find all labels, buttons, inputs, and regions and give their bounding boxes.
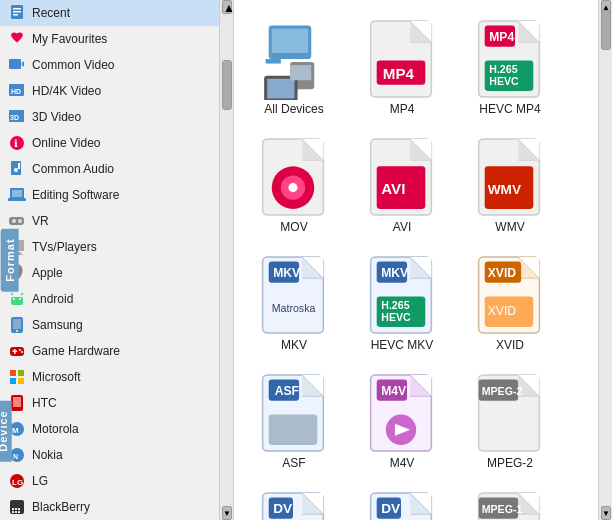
svg-text:MP4: MP4: [383, 65, 415, 82]
sidebar-item-label: VR: [32, 214, 49, 228]
editing-software-icon: [8, 186, 26, 204]
format-item-all-devices[interactable]: All Devices: [244, 10, 344, 120]
sidebar-scroll-up[interactable]: ▲: [222, 0, 232, 14]
sidebar-item-hd-4k-video[interactable]: HD HD/4K Video: [0, 78, 219, 104]
sidebar-item-common-audio[interactable]: Common Audio: [0, 156, 219, 182]
format-label: HEVC MP4: [479, 102, 540, 116]
sidebar-item-label: HTC: [32, 396, 57, 410]
svg-text:MKV: MKV: [381, 266, 408, 280]
format-item-wmv[interactable]: WMV WMV: [460, 128, 560, 238]
sidebar-item-common-video[interactable]: Common Video: [0, 52, 219, 78]
device-tab[interactable]: Device: [0, 400, 12, 461]
sidebar-item-android[interactable]: Android: [0, 286, 219, 312]
sidebar-item-label: Motorola: [32, 422, 79, 436]
format-label: MOV: [280, 220, 307, 234]
format-grid: All Devices MP4 MP4 MP4H.265HEVC HEVC MP…: [234, 0, 598, 520]
format-item-mov[interactable]: MOV: [244, 128, 344, 238]
svg-rect-55: [15, 511, 17, 513]
sidebar-item-online-video[interactable]: ℹ Online Video: [0, 130, 219, 156]
svg-marker-5: [21, 61, 24, 67]
format-item-xvid[interactable]: XVIDXVID XVID: [460, 246, 560, 356]
main-scroll-down[interactable]: ▼: [601, 506, 611, 520]
svg-text:MP4: MP4: [489, 30, 514, 44]
sidebar-item-samsung[interactable]: Samsung: [0, 312, 219, 338]
sidebar-item-recent[interactable]: Recent: [0, 0, 219, 26]
svg-point-20: [18, 219, 22, 223]
format-item-dv-pal[interactable]: DV DV-PAL: [352, 482, 452, 520]
avi-icon: AVI: [362, 136, 442, 216]
main-content: All Devices MP4 MP4 MP4H.265HEVC HEVC MP…: [234, 0, 598, 520]
sidebar-item-label: 3D Video: [32, 110, 81, 124]
svg-rect-17: [8, 198, 26, 201]
sidebar-item-tvs-players[interactable]: TVs/Players: [0, 234, 219, 260]
sidebar-item-editing-software[interactable]: Editing Software: [0, 182, 219, 208]
game-hardware-icon: [8, 342, 26, 360]
sidebar: Format Recent My Favourites Common Video…: [0, 0, 220, 520]
svg-rect-59: [266, 59, 281, 64]
format-label: ASF: [282, 456, 305, 470]
format-item-mpeg-1[interactable]: MPEG-1 MPEG-1: [460, 482, 560, 520]
svg-text:N: N: [13, 453, 18, 460]
svg-rect-35: [13, 351, 18, 353]
sidebar-scroll-down[interactable]: ▼: [222, 506, 232, 520]
svg-text:ASF: ASF: [275, 384, 299, 398]
svg-rect-16: [12, 190, 22, 197]
sidebar-item-my-favourites[interactable]: My Favourites: [0, 26, 219, 52]
sidebar-item-label: Online Video: [32, 136, 101, 150]
my-favourites-icon: [8, 30, 26, 48]
format-item-hevc-mkv[interactable]: MKVH.265HEVC HEVC MKV: [352, 246, 452, 356]
sidebar-item-label: Editing Software: [32, 188, 119, 202]
sidebar-item-label: BlackBerry: [32, 500, 90, 514]
svg-line-28: [11, 293, 13, 295]
svg-rect-58: [272, 29, 308, 53]
svg-rect-31: [13, 319, 21, 329]
hevc-mkv-icon: MKVH.265HEVC: [362, 254, 442, 334]
blackberry-icon: [8, 498, 26, 516]
svg-point-37: [21, 351, 23, 353]
sidebar-scrollbar[interactable]: ▲ ▼: [220, 0, 234, 520]
svg-rect-63: [290, 65, 311, 80]
sidebar-item-label: Samsung: [32, 318, 83, 332]
format-item-mkv[interactable]: MKVMatroska MKV: [244, 246, 344, 356]
sidebar-item-vr[interactable]: VR: [0, 208, 219, 234]
format-item-m4v[interactable]: M4V M4V: [352, 364, 452, 474]
svg-rect-54: [12, 511, 14, 513]
format-label: XVID: [496, 338, 524, 352]
svg-rect-56: [18, 511, 20, 513]
format-item-mp4[interactable]: MP4 MP4: [352, 10, 452, 120]
format-label: HEVC MKV: [371, 338, 434, 352]
sidebar-scroll-thumb[interactable]: [222, 60, 232, 110]
sidebar-item-3d-video[interactable]: 3D 3D Video: [0, 104, 219, 130]
vr-icon: [8, 212, 26, 230]
svg-rect-43: [13, 397, 21, 407]
format-item-mpeg-2[interactable]: MPEG-2 MPEG-2: [460, 364, 560, 474]
format-tab[interactable]: Format: [1, 228, 19, 291]
svg-point-13: [14, 168, 18, 172]
mpeg-1-icon: MPEG-1: [470, 490, 550, 520]
sidebar-item-game-hardware[interactable]: Game Hardware: [0, 338, 219, 364]
svg-text:MPEG-1: MPEG-1: [482, 503, 523, 515]
sidebar-item-blackberry[interactable]: BlackBerry: [0, 494, 219, 520]
sidebar-item-lg[interactable]: LG LG: [0, 468, 219, 494]
sidebar-item-microsoft[interactable]: Microsoft: [0, 364, 219, 390]
format-label: MPEG-2: [487, 456, 533, 470]
format-item-dv-ntsc[interactable]: DV DV-NTSC: [244, 482, 344, 520]
sidebar-item-apple[interactable]: Apple: [0, 260, 219, 286]
svg-rect-1: [13, 8, 21, 10]
main-scrollbar[interactable]: ▲ ▼: [598, 0, 612, 520]
svg-rect-39: [18, 370, 24, 376]
svg-point-27: [19, 298, 21, 300]
format-item-asf[interactable]: ASF ASF: [244, 364, 344, 474]
sidebar-item-label: Common Video: [32, 58, 115, 72]
svg-rect-53: [18, 508, 20, 510]
format-item-avi[interactable]: AVI AVI: [352, 128, 452, 238]
svg-text:H.265: H.265: [381, 299, 409, 311]
main-scroll-thumb[interactable]: [601, 10, 611, 50]
sidebar-item-motorola[interactable]: M Motorola: [0, 416, 219, 442]
sidebar-item-htc[interactable]: HTC: [0, 390, 219, 416]
sidebar-item-label: Apple: [32, 266, 63, 280]
sidebar-item-label: HD/4K Video: [32, 84, 101, 98]
wmv-icon: WMV: [470, 136, 550, 216]
sidebar-item-nokia[interactable]: N Nokia: [0, 442, 219, 468]
format-item-hevc-mp4[interactable]: MP4H.265HEVC HEVC MP4: [460, 10, 560, 120]
